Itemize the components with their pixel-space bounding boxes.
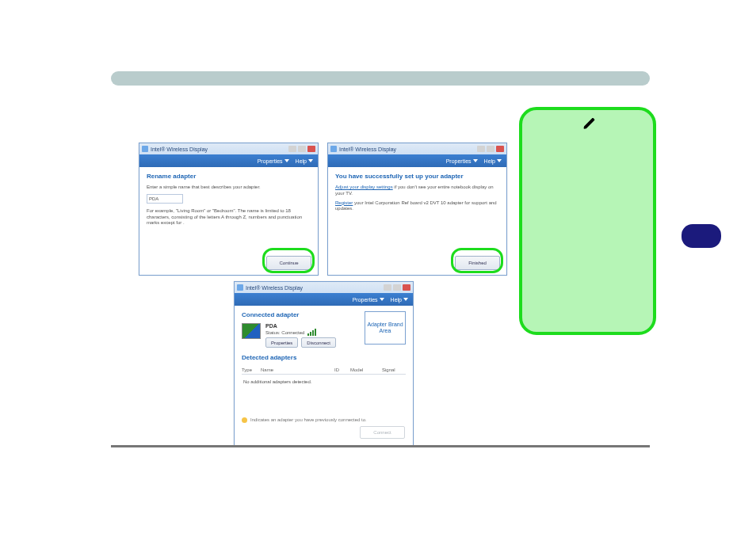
toolbar: Properties Help [235,293,413,306]
register-link[interactable]: Register [335,200,353,205]
window-controls [477,146,504,152]
chevron-down-icon [308,159,313,162]
properties-menu[interactable]: Properties [258,158,289,164]
previous-indicator-icon [242,417,247,423]
window-controls [288,146,315,152]
page-footer-rule [111,445,650,447]
app-icon [142,146,148,152]
chevron-down-icon [380,298,384,301]
close-icon[interactable] [403,284,410,291]
window-controls [384,284,410,291]
rename-adapter-screenshot: Intel® Wireless Display Properties Help … [139,143,319,276]
window-title: Intel® Wireless Display [339,147,396,152]
rename-heading: Rename adapter [147,173,311,180]
adapter-table-header: Type Name ID Model Signal [242,366,406,375]
col-type: Type [242,367,261,372]
continue-button[interactable]: Continue [266,256,311,270]
success-screenshot: Intel® Wireless Display Properties Help … [327,143,507,276]
success-heading: You have successfully set up your adapte… [335,173,499,180]
chevron-down-icon [403,298,408,301]
signal-bars-icon [307,329,316,336]
adapter-brand-area: Adapter Brand Area [365,311,406,345]
help-menu[interactable]: Help [296,158,313,164]
close-icon[interactable] [496,146,504,152]
no-adapters-text: No additional adapters detected. [242,375,406,386]
window-titlebar: Intel® Wireless Display [328,143,506,154]
adapter-name-input[interactable]: PDA [147,194,183,204]
page-header-bar [111,71,650,86]
maximize-icon[interactable] [487,146,494,152]
col-model: Model [350,367,382,372]
app-icon [237,284,243,291]
minimize-icon[interactable] [288,146,296,152]
rename-hint: For example, "Living Room" or "Bedroom".… [147,208,311,227]
toolbar: Properties Help [139,154,318,167]
window-title: Intel® Wireless Display [246,285,303,291]
maximize-icon[interactable] [393,284,401,291]
chevron-down-icon [284,159,289,162]
adjust-display-link[interactable]: Adjust your display settings [335,185,393,189]
window-titlebar: Intel® Wireless Display [235,282,413,293]
toolbar: Properties Help [328,154,506,167]
rename-prompt: Enter a simple name that best describes … [147,185,311,191]
col-id: ID [334,367,350,372]
minimize-icon[interactable] [384,284,391,291]
connect-button-disabled: Connect [360,426,405,439]
chevron-down-icon [497,159,502,162]
properties-menu[interactable]: Properties [446,158,478,164]
help-menu[interactable]: Help [391,297,408,303]
help-menu[interactable]: Help [484,158,502,164]
col-signal: Signal [382,367,406,372]
properties-menu[interactable]: Properties [353,297,384,303]
disconnect-button[interactable]: Disconnect [301,337,336,348]
pencil-icon [582,116,597,131]
adjust-display-line: Adjust your display settings if you don'… [335,185,499,197]
adapter-properties-button[interactable]: Properties [265,337,298,348]
close-icon[interactable] [307,146,315,152]
app-icon [330,146,337,152]
col-name: Name [261,367,334,372]
maximize-icon[interactable] [298,146,306,152]
minimize-icon[interactable] [477,146,485,152]
adapter-name: PDA [265,323,336,329]
register-line: Register your Intel Corporation Ref boar… [335,200,499,213]
previous-connection-note: Indicates an adapter you have previously… [242,417,406,423]
finished-button[interactable]: Finished [455,256,500,270]
window-title: Intel® Wireless Display [151,147,208,152]
adapter-status: Status: Connected [265,329,336,336]
side-tab-pill [682,224,721,248]
detected-heading: Detected adapters [242,354,406,361]
chevron-down-icon [473,159,478,162]
window-titlebar: Intel® Wireless Display [139,143,318,154]
note-callout-box [519,107,656,335]
adapter-thumb-icon [242,323,261,339]
connected-adapter-screenshot: Intel® Wireless Display Properties Help … [234,281,414,446]
